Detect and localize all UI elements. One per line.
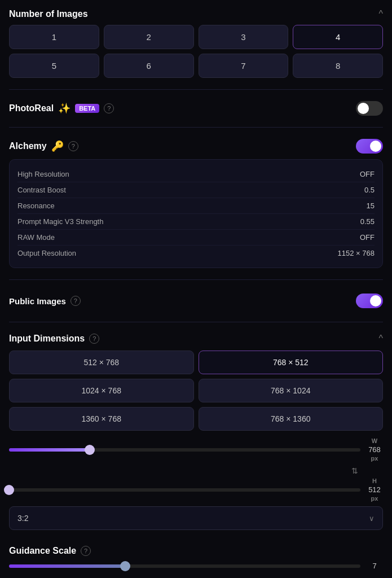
public-images-toggle-thumb (370, 295, 381, 306)
alchemy-help-icon[interactable]: ? (68, 141, 78, 151)
number-of-images-chevron[interactable]: ^ (378, 9, 383, 19)
alchemy-contrast-value: 0.5 (364, 186, 375, 194)
divider-4 (9, 322, 383, 322)
num-btn-3[interactable]: 3 (199, 25, 289, 49)
guidance-slider-container[interactable] (9, 564, 360, 568)
width-slider-fill (9, 448, 90, 452)
alchemy-resonance-value: 15 (367, 202, 375, 210)
alchemy-title: Alchemy (9, 141, 47, 151)
dim-btn-1024x768[interactable]: 1024 × 768 (9, 379, 194, 402)
guidance-scale-title: Guidance Scale (9, 546, 76, 556)
dim-btn-768x1360[interactable]: 768 × 1360 (199, 407, 384, 431)
num-btn-4[interactable]: 4 (293, 25, 383, 49)
alchemy-raw-label: RAW Mode (17, 233, 55, 242)
alchemy-raw-value: OFF (360, 233, 375, 242)
height-slider-row: H 512 px (9, 478, 383, 502)
swap-icon[interactable]: ⇅ (351, 466, 358, 475)
guidance-slider-fill (9, 564, 125, 568)
photoreal-spark-icon: ✨ (58, 102, 71, 115)
alchemy-contrast-label: Contrast Boost (17, 186, 66, 194)
width-slider-track (9, 448, 360, 452)
alchemy-row-output-res[interactable]: Output Resolution 1152 × 768 (17, 246, 375, 261)
num-btn-1[interactable]: 1 (9, 25, 99, 49)
photoreal-help-icon[interactable]: ? (104, 103, 114, 113)
aspect-ratio-dropdown[interactable]: 3:2 ∨ (9, 506, 383, 530)
alchemy-row-high-res[interactable]: High Resolution OFF (17, 167, 375, 182)
divider-1 (9, 89, 383, 90)
alchemy-row-contrast[interactable]: Contrast Boost 0.5 (17, 182, 375, 198)
dim-btn-768x1024[interactable]: 768 × 1024 (199, 379, 384, 402)
dim-btn-768x512[interactable]: 768 × 512 (199, 351, 384, 374)
number-of-images-grid: 1 2 3 4 5 6 7 8 (9, 25, 383, 78)
guidance-scale-help-icon[interactable]: ? (81, 546, 91, 556)
public-images-title: Public Images (9, 296, 66, 306)
guidance-scale-section: Guidance Scale ? 7 (9, 546, 383, 575)
width-slider-thumb[interactable] (85, 445, 95, 455)
alchemy-toggle[interactable] (356, 139, 383, 154)
num-btn-5[interactable]: 5 (9, 54, 99, 78)
input-dimensions-title: Input Dimensions (9, 334, 85, 344)
alchemy-row-raw[interactable]: RAW Mode OFF (17, 230, 375, 246)
alchemy-resonance-label: Resonance (17, 202, 55, 210)
height-slider-thumb[interactable] (4, 485, 14, 495)
alchemy-row-prompt-magic[interactable]: Prompt Magic V3 Strength 0.55 (17, 214, 375, 230)
photoreal-beta-badge: BETA (75, 104, 99, 113)
width-slider-row: W 768 px (9, 437, 383, 462)
num-btn-8[interactable]: 8 (293, 54, 383, 78)
divider-3 (9, 279, 383, 280)
alchemy-output-res-value: 1152 × 768 (338, 249, 375, 257)
alchemy-output-res-label: Output Resolution (17, 249, 76, 257)
width-value: 768 (366, 445, 383, 454)
photoreal-toggle[interactable] (356, 101, 383, 116)
photoreal-left: PhotoReal ✨ BETA ? (9, 102, 114, 115)
input-dimensions-section: Input Dimensions ? ^ 512 × 768 768 × 512… (9, 334, 383, 537)
aspect-ratio-value: 3:2 (17, 514, 28, 523)
aspect-ratio-chevron-icon: ∨ (369, 514, 375, 523)
dim-btn-512x768[interactable]: 512 × 768 (9, 351, 194, 374)
width-label: W (372, 437, 377, 444)
alchemy-toggle-thumb (370, 141, 381, 152)
height-value: 512 (366, 485, 383, 494)
width-unit: px (371, 455, 378, 462)
public-images-toggle[interactable] (356, 294, 383, 308)
alchemy-key-icon: 🔑 (51, 140, 64, 152)
height-slider-track (9, 488, 360, 492)
number-of-images-title: Number of Images (9, 9, 88, 19)
guidance-scale-value: 7 (366, 562, 383, 570)
alchemy-row-resonance[interactable]: Resonance 15 (17, 198, 375, 214)
photoreal-toggle-thumb (358, 103, 369, 114)
guidance-slider-thumb[interactable] (120, 561, 130, 571)
alchemy-details: High Resolution OFF Contrast Boost 0.5 R… (9, 159, 383, 268)
alchemy-high-res-value: OFF (360, 170, 375, 178)
dim-btn-1360x768[interactable]: 1360 × 768 (9, 407, 194, 431)
alchemy-section: Alchemy 🔑 ? High Resolution OFF Contrast… (9, 139, 383, 268)
height-unit: px (371, 495, 378, 502)
public-images-help-icon[interactable]: ? (71, 296, 81, 306)
num-btn-6[interactable]: 6 (104, 54, 194, 78)
guidance-slider-track (9, 564, 360, 568)
num-btn-7[interactable]: 7 (199, 54, 289, 78)
public-images-section: Public Images ? (9, 291, 383, 310)
height-label: H (372, 478, 377, 484)
input-dimensions-chevron[interactable]: ^ (378, 334, 383, 344)
dimension-grid: 512 × 768 768 × 512 1024 × 768 768 × 102… (9, 351, 383, 431)
divider-2 (9, 127, 383, 128)
width-slider-container[interactable] (9, 448, 360, 452)
photoreal-section: PhotoReal ✨ BETA ? (9, 101, 383, 116)
photoreal-title: PhotoReal (9, 103, 54, 113)
input-dimensions-help-icon[interactable]: ? (89, 334, 99, 344)
width-label-group: W 768 px (366, 437, 383, 462)
num-btn-2[interactable]: 2 (104, 25, 194, 49)
alchemy-high-res-label: High Resolution (17, 170, 69, 178)
height-label-group: H 512 px (366, 478, 383, 502)
guidance-slider-row: 7 (9, 562, 383, 570)
alchemy-prompt-magic-label: Prompt Magic V3 Strength (17, 217, 103, 226)
height-slider-container[interactable] (9, 488, 360, 492)
alchemy-prompt-magic-value: 0.55 (360, 217, 375, 226)
